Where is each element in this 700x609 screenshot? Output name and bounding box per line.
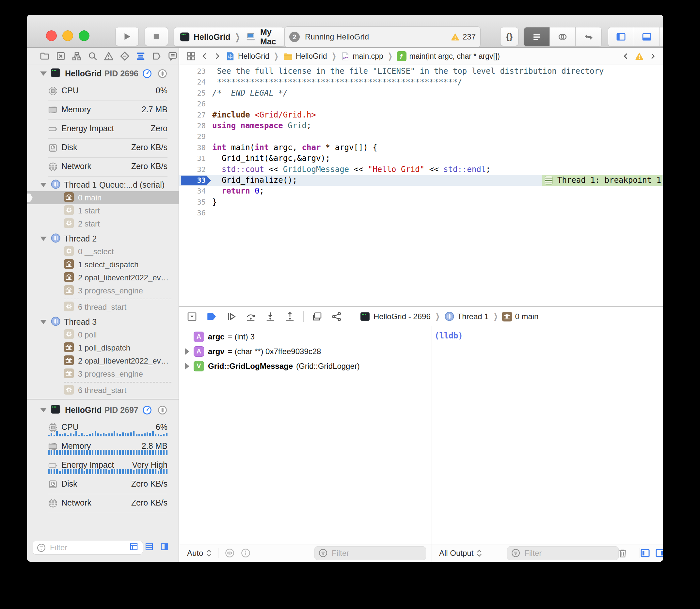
variable-row[interactable]: V Grid::GridLogMessage(Grid::GridLogger) [179,359,432,373]
step-out-button[interactable] [284,310,296,323]
code-line-29[interactable]: 29 [179,131,663,142]
stop-button[interactable] [144,27,168,46]
line-number[interactable]: 34 [179,186,206,196]
scheme-selector[interactable]: HelloGrid ❯ My Mac [174,27,285,47]
line-number[interactable]: 28 [179,120,206,131]
navigator-tab-debug[interactable] [135,50,147,62]
stack-frame-row[interactable]: 1 start [27,204,178,218]
navigator-tab-issues[interactable] [103,50,115,62]
code-line-28[interactable]: 28using namespace Grid; [179,120,663,131]
navigator-filter-input[interactable] [49,543,139,553]
code-line-25[interactable]: 25/* END LEGAL */ [179,88,663,99]
variables-scope-dropdown[interactable]: Auto [187,549,212,558]
line-number[interactable]: 23 [179,66,206,77]
line-number[interactable]: 36 [179,208,206,218]
stack-frame-row[interactable]: 2 opal_libevent2022_ev… [27,354,178,367]
navigator-tab-source-control[interactable] [55,50,67,62]
code-line-36[interactable]: 36 [179,208,663,218]
gauge-row-disk[interactable]: DiskZero KB/s [27,475,178,494]
quick-look-button[interactable] [224,547,235,558]
debug-jumpbar-item[interactable]: Thread 1 [444,311,489,321]
stack-frame-row[interactable]: 2 opal_libevent2022_ev… [27,271,178,284]
assistant-editor-button[interactable] [550,28,576,46]
threads-view-button[interactable] [157,405,168,415]
activity-viewer[interactable]: 2 Running HelloGrid 237 [284,27,481,47]
breakpoints-toggle-button[interactable] [205,310,218,323]
gauge-row-memory[interactable]: Memory2.8 MB [27,437,178,456]
stack-frame-row[interactable]: 0 __select [27,245,178,258]
gauge-row-energy-impact[interactable]: Energy ImpactZero [27,120,178,139]
line-number[interactable]: 32 [179,164,206,175]
filter-running-button[interactable] [128,541,139,553]
console-filter-field[interactable] [507,546,619,560]
related-items-button[interactable] [186,51,197,62]
step-over-button[interactable] [244,310,257,323]
back-button[interactable] [201,51,209,61]
navigator-tab-breakpoints[interactable] [151,50,163,62]
debug-jumpbar-item[interactable]: 0 main [502,312,539,321]
debug-jumpbar-item[interactable]: HelloGrid - 2696 [359,311,431,322]
breadcrumb-item[interactable]: C++main.cpp [341,51,383,62]
disclosure-triangle-icon[interactable] [40,408,47,412]
stack-frame-row[interactable]: 2 start [27,218,178,230]
continue-button[interactable] [225,310,237,323]
code-line-33[interactable]: 33 Grid_finalize(); Thread 1: breakpoint… [179,175,663,186]
disclosure-triangle-icon[interactable] [40,320,47,324]
line-number[interactable]: 27 [179,110,206,120]
navigator-tab-find[interactable] [87,50,99,62]
code-line-30[interactable]: 30int main(int argc, char * argv[]) { [179,142,663,153]
navigator-tab-symbols[interactable] [71,50,83,62]
navigator-tab-reports[interactable] [167,50,178,62]
gauge-row-network[interactable]: NetworkZero KB/s [27,494,178,513]
console-view[interactable]: (lldb) All Output [432,326,663,562]
version-editor-button[interactable] [576,28,601,46]
disclosure-triangle-icon[interactable] [40,237,47,241]
code-line-23[interactable]: 23 See the full license in the file "LIC… [179,66,663,77]
code-line-27[interactable]: 27#include <Grid/Grid.h> [179,110,663,120]
standard-editor-button[interactable] [524,28,550,46]
gauge-row-disk[interactable]: DiskZero KB/s [27,139,178,158]
memory-graph-button[interactable] [330,310,343,323]
flat-view-button[interactable] [144,541,155,553]
line-number[interactable]: 30 [179,142,206,153]
forward-button[interactable] [213,51,221,61]
toggle-variables-view-button[interactable] [639,547,651,559]
gauge-row-network[interactable]: NetworkZero KB/s [27,158,178,177]
stack-frame-row[interactable]: 0 poll [27,328,178,342]
disclosure-triangle-icon[interactable] [185,348,189,355]
breadcrumb-item[interactable]: HelloGrid [283,51,327,62]
line-number[interactable]: 25 [179,88,206,99]
variable-row[interactable]: A argv= (char **) 0x7ffee9039c28 [179,344,432,359]
code-line-24[interactable]: 24 *************************************… [179,77,663,87]
navigator-tab-project[interactable] [39,50,51,62]
thread-row[interactable]: Thread 3 [27,315,178,328]
gauge-row-energy-impact[interactable]: Energy ImpactVery High [27,456,178,475]
thread-row[interactable]: Thread 2 [27,232,178,245]
gauges-view-button[interactable] [142,69,152,79]
hide-debug-area-button[interactable] [186,310,198,323]
variable-row[interactable]: A argc= (int) 3 [179,329,432,344]
gauge-row-cpu[interactable]: CPU0% [27,82,178,101]
clear-console-button[interactable] [617,547,628,559]
console-output-dropdown[interactable]: All Output [439,549,482,558]
breakpoint-annotation-menu-button[interactable] [545,176,553,185]
view-hierarchy-button[interactable] [311,310,323,323]
breadcrumb-item[interactable]: HelloGrid [225,51,269,62]
navigator-tab-tests[interactable] [119,50,131,62]
toggle-console-view-button[interactable] [655,547,663,559]
line-number[interactable]: 29 [179,131,206,142]
line-number[interactable]: 35 [179,197,206,208]
line-number[interactable]: 24 [179,77,206,87]
variables-filter-field[interactable] [314,546,426,560]
thread-row[interactable]: Thread 1Queue:...d (serial) [27,178,178,191]
process-row[interactable]: HelloGridPID 2696 [27,65,178,82]
console-filter-input[interactable] [524,548,615,558]
code-line-34[interactable]: 34 return 0; [179,186,663,196]
code-line-31[interactable]: 31 Grid_init(&argc,&argv); [179,153,663,164]
stack-frame-row[interactable]: 0 main [27,191,178,204]
gauge-row-memory[interactable]: Memory2.7 MB [27,101,178,120]
navigator-filter-field[interactable] [33,541,143,555]
print-description-button[interactable] [240,547,251,558]
source-editor[interactable]: 23 See the full license in the file "LIC… [179,65,663,307]
breadcrumb-item[interactable]: fmain(int argc, char * argv[]) [397,51,499,61]
